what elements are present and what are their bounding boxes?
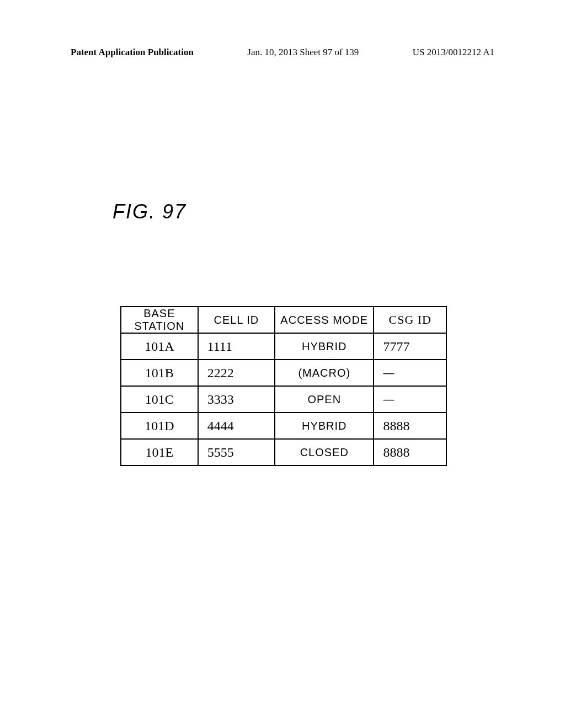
cell-access-mode: HYBRID [275,413,374,439]
cell-csg-id: — [374,360,446,386]
cell-csg-id: 8888 [374,413,446,439]
cell-base-station: 101E [121,439,198,465]
cell-base-station: 101B [121,360,198,386]
header-access-mode: ACCESS MODE [275,307,374,333]
cell-base-station: 101D [121,413,198,439]
cell-access-mode: HYBRID [275,333,374,360]
header-csg-id: CSG ID [374,307,446,333]
table-row: 101B 2222 (MACRO) — [121,360,446,386]
table-row: 101C 3333 OPEN — [121,386,446,413]
header-patent-number: US 2013/0012212 A1 [413,47,494,58]
cell-cell-id: 3333 [198,386,275,413]
table-header-row: BASE STATION CELL ID ACCESS MODE CSG ID [121,307,446,333]
header-base-station: BASE STATION [121,307,198,333]
cell-access-mode: OPEN [275,386,374,413]
data-table-container: BASE STATION CELL ID ACCESS MODE CSG ID … [120,306,447,466]
table-row: 101E 5555 CLOSED 8888 [121,439,446,465]
table-row: 101D 4444 HYBRID 8888 [121,413,446,439]
cell-csg-id: 7777 [374,333,446,360]
cell-access-mode: (MACRO) [275,360,374,386]
header-sheet-info: Jan. 10, 2013 Sheet 97 of 139 [247,47,359,58]
cell-base-station: 101C [121,386,198,413]
header-cell-id: CELL ID [198,307,275,333]
cell-csg-id: 8888 [374,439,446,465]
cell-cell-id: 4444 [198,413,275,439]
cell-cell-id: 1111 [198,333,275,360]
cell-cell-id: 2222 [198,360,275,386]
header-publication-type: Patent Application Publication [71,47,194,58]
cell-cell-id: 5555 [198,439,275,465]
table-row: 101A 1111 HYBRID 7777 [121,333,446,360]
base-station-table: BASE STATION CELL ID ACCESS MODE CSG ID … [120,306,447,466]
page-header: Patent Application Publication Jan. 10, … [0,47,565,58]
cell-access-mode: CLOSED [275,439,374,465]
cell-csg-id: — [374,386,446,413]
cell-base-station: 101A [121,333,198,360]
figure-label: FIG. 97 [113,200,186,223]
